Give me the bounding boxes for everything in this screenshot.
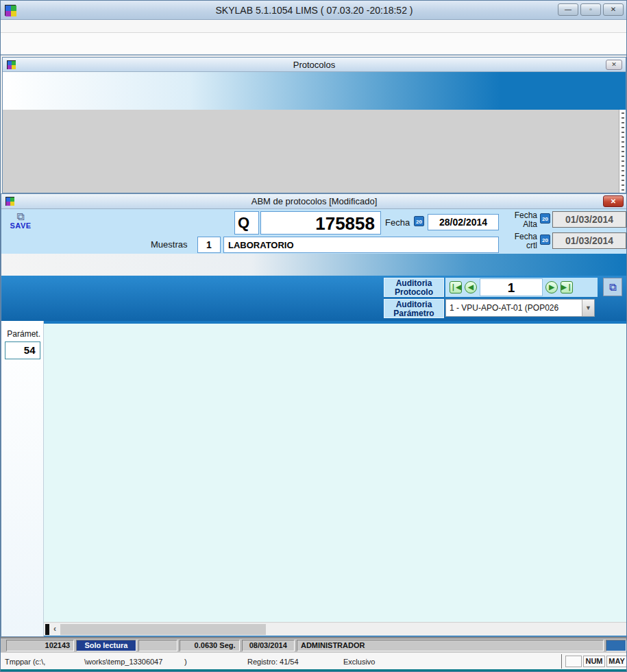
status-empty bbox=[138, 640, 178, 651]
minimize-button[interactable]: — bbox=[558, 3, 578, 16]
auditoria-protocolo-label: Auditoria Protocolo bbox=[384, 278, 444, 297]
protocolos-close-button[interactable]: ✕ bbox=[606, 60, 622, 70]
fecha-alta-label: Fecha Alta bbox=[507, 211, 537, 228]
auditoria-parametro-label: Auditoria Parámetro bbox=[384, 299, 444, 318]
protocolos-title: Protocolos bbox=[3, 60, 626, 70]
fecha-ctrl-label: Fecha crtl bbox=[507, 232, 537, 250]
fecha-alta-calendar-icon[interactable]: 20 bbox=[540, 213, 550, 224]
protocolos-table bbox=[3, 110, 626, 193]
protocolos-titlebar: Protocolos ✕ bbox=[3, 58, 626, 72]
scrollbar-thumb[interactable] bbox=[60, 624, 266, 635]
empty-indicator bbox=[565, 656, 582, 667]
parametros-table bbox=[44, 324, 627, 622]
status-indicator bbox=[606, 640, 626, 651]
abm-close-button[interactable]: ✕ bbox=[603, 195, 624, 207]
copy-button[interactable]: ⧉ bbox=[603, 278, 622, 296]
restore-button[interactable]: ▫ bbox=[580, 3, 601, 16]
scroll-left-icon[interactable]: ‹ bbox=[49, 624, 60, 635]
bottom-bar: Tmppar (c:\, \works\temp_13306047 ) Regi… bbox=[1, 652, 627, 671]
status-bar: 102143 Solo lectura 0.0630 Seg. 08/03/20… bbox=[1, 637, 627, 652]
num-lock-indicator: NUM bbox=[583, 656, 605, 667]
fecha-alta-field: 01/03/2014 bbox=[552, 211, 626, 228]
audit-panel: Auditoria Protocolo ❘◀ ◀ 1 ▶ ▶❘ ⧉ Audito… bbox=[384, 278, 622, 319]
paren-label: ) bbox=[184, 658, 187, 666]
abm-left-panel: Parámet. 54 bbox=[1, 321, 44, 636]
divider bbox=[561, 654, 562, 669]
audit-nav: ❘◀ ◀ 1 ▶ ▶❘ bbox=[445, 278, 598, 297]
muestras-label: Muestras bbox=[151, 239, 187, 250]
laboratorio-field[interactable]: LABORATORIO bbox=[223, 237, 499, 253]
paramet-count-field: 54 bbox=[5, 341, 40, 359]
status-user: ADMINISTRADOR bbox=[297, 640, 604, 651]
main-titlebar: SKYLAB 5.1.1054 LIMS ( 07.03.20 -20:18:5… bbox=[1, 1, 627, 20]
protocolos-window: Protocolos ✕ bbox=[2, 57, 626, 193]
fecha-ctrl-field: 01/03/2014 bbox=[552, 232, 626, 249]
status-record-id: 102143 bbox=[6, 640, 74, 651]
audit-next-icon[interactable]: ▶ bbox=[545, 281, 558, 293]
protocolos-toolbar bbox=[3, 72, 626, 110]
abm-header: ⧉ SAVE Número Q 175858 Fecha 20 28/02/20… bbox=[1, 209, 627, 254]
audit-first-icon[interactable]: ❘◀ bbox=[450, 281, 462, 293]
main-toolbar bbox=[1, 33, 627, 56]
abm-window: ABM de protocolos [Modificado] ✕ ⧉ SAVE … bbox=[1, 193, 627, 637]
status-mode-badge: Solo lectura bbox=[76, 640, 136, 651]
status-date: 08/03/2014 bbox=[242, 640, 295, 651]
save-icon: ⧉ bbox=[7, 212, 34, 221]
close-button[interactable]: ✕ bbox=[603, 3, 624, 16]
fecha-ctrl-calendar-icon[interactable]: 20 bbox=[540, 235, 550, 245]
numero-field[interactable]: 175858 bbox=[260, 211, 381, 235]
fecha-field[interactable]: 28/02/2014 bbox=[428, 214, 499, 230]
registro-label: Registro: 41/54 bbox=[247, 658, 299, 666]
main-window-title: SKYLAB 5.1.1054 LIMS ( 07.03.20 -20:18:5… bbox=[1, 5, 627, 16]
abm-tabs bbox=[1, 254, 627, 276]
tipo-field[interactable]: Q bbox=[234, 211, 259, 235]
audit-parametro-dropdown[interactable]: 1 - VPU-APO-AT-01 (POP026 ▼ bbox=[445, 299, 595, 317]
fecha-calendar-icon[interactable]: 20 bbox=[414, 216, 424, 226]
audit-counter: 1 bbox=[480, 278, 543, 296]
caps-lock-indicator: MAY bbox=[606, 656, 627, 667]
exclusivo-label: Exclusivo bbox=[343, 658, 375, 666]
paramet-label: Parámet. bbox=[1, 322, 43, 341]
status-time: 0.0630 Seg. bbox=[180, 640, 239, 651]
abm-titlebar: ABM de protocolos [Modificado] ✕ bbox=[1, 194, 627, 209]
audit-prev-icon[interactable]: ◀ bbox=[465, 281, 477, 293]
temp-path: \works\temp_13306047 bbox=[84, 658, 162, 666]
protocolos-vertical-scrollbar[interactable] bbox=[619, 110, 626, 193]
tmppar-label: Tmppar (c:\, bbox=[5, 658, 45, 666]
save-button[interactable]: ⧉ SAVE bbox=[7, 212, 34, 230]
fecha-label: Fecha bbox=[385, 217, 410, 228]
audit-last-icon[interactable]: ▶❘ bbox=[561, 281, 573, 293]
skylab-main-window: SKYLAB 5.1.1054 LIMS ( 07.03.20 -20:18:5… bbox=[0, 0, 627, 672]
muestras-field[interactable]: 1 bbox=[197, 237, 221, 253]
abm-horizontal-scrollbar[interactable]: ‹ bbox=[44, 622, 627, 636]
chevron-down-icon[interactable]: ▼ bbox=[582, 300, 594, 316]
abm-title: ABM de protocolos [Modificado] bbox=[1, 196, 627, 206]
menu-bar bbox=[1, 20, 627, 33]
